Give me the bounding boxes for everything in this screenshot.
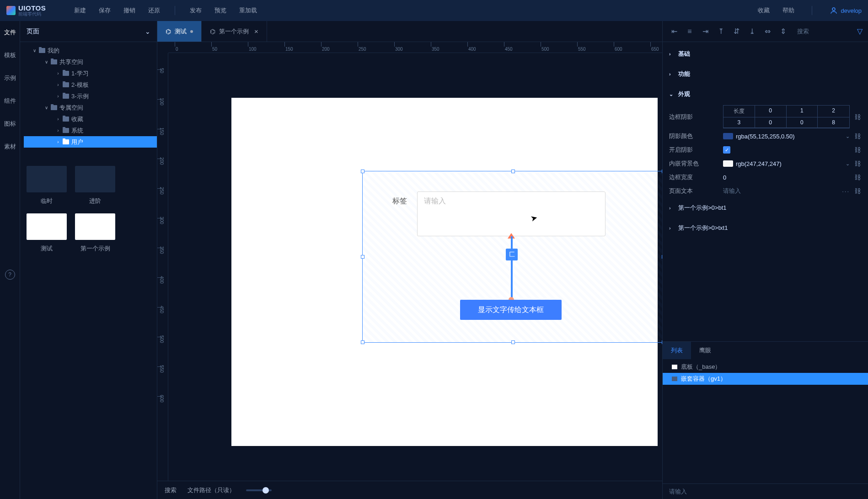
text-input[interactable]: 请输入 [417, 191, 605, 236]
section-basic[interactable]: ›基础 [663, 44, 868, 64]
resize-handle[interactable] [361, 255, 364, 259]
distribute-v-icon[interactable]: ⇕ [777, 26, 789, 37]
editor-tab[interactable]: ⌬测试 [157, 21, 202, 42]
page-thumb[interactable]: 进阶 [75, 166, 115, 205]
align-center-h-icon[interactable]: ≡ [684, 26, 696, 37]
chevron-down-icon: ⌄ [669, 91, 674, 97]
tab-list[interactable]: 列表 [663, 342, 691, 359]
tree-row[interactable]: ›用户 [24, 136, 157, 148]
row-enable-shadow: 开启阴影 ✓ ⛓ [663, 143, 868, 157]
user-chip[interactable]: develop [830, 6, 862, 15]
color-picker[interactable]: rgb(247,247,247) ⌄ [723, 160, 850, 167]
menu-redo[interactable]: 还原 [148, 6, 160, 15]
menu-publish[interactable]: 发布 [190, 6, 202, 15]
close-icon[interactable]: × [254, 27, 258, 35]
align-bottom-icon[interactable]: ⤓ [746, 26, 758, 37]
chevron-down-icon[interactable]: ⌄ [846, 133, 850, 139]
chevron-down-icon[interactable]: ⌄ [145, 28, 150, 35]
align-left-icon[interactable]: ⇤ [668, 26, 680, 37]
page-thumb[interactable]: 临时 [27, 166, 67, 205]
folder-icon [63, 128, 69, 133]
link-icon[interactable]: ⛓ [853, 133, 862, 140]
property-search[interactable]: 搜索 [797, 27, 853, 36]
link-icon[interactable]: ⛓ [853, 113, 862, 121]
menu-reload[interactable]: 重加载 [239, 6, 257, 15]
section-func[interactable]: ›功能 [663, 64, 868, 84]
menu-save[interactable]: 保存 [99, 6, 111, 15]
form-label: 标签 [392, 196, 407, 206]
tree-row[interactable]: ∨共享空间 [24, 56, 157, 68]
tree-label: 我的 [48, 47, 59, 55]
color-swatch [723, 133, 733, 139]
resize-handle[interactable] [662, 170, 662, 173]
resize-handle[interactable] [511, 170, 515, 173]
row-page-text: 页面文本 请输入 ··· ⛓ [663, 184, 868, 198]
menu-undo[interactable]: 撤销 [123, 6, 135, 15]
menu-fav[interactable]: 收藏 [758, 6, 770, 15]
outline-item[interactable]: 底板（_base） [663, 361, 868, 373]
chevron-down-icon[interactable]: ⌄ [846, 161, 850, 167]
filter-icon[interactable]: ▽ [857, 27, 863, 36]
action-button[interactable]: 显示文字传给文本框 [460, 300, 562, 320]
text-input[interactable]: 请输入 ··· [723, 187, 850, 195]
resize-handle[interactable] [511, 340, 515, 344]
outline-input[interactable]: 请输入 [663, 483, 868, 499]
color-picker[interactable]: rgba(55,125,255,0.50) ⌄ [723, 133, 850, 140]
page-thumb[interactable]: 测试 [27, 213, 67, 253]
linked-txt1[interactable]: ›第一个示例>0>txt1 [663, 218, 868, 238]
help-icon[interactable]: ? [5, 270, 15, 280]
logo-mark-icon [6, 6, 16, 15]
resize-handle[interactable] [662, 340, 662, 344]
tree-row[interactable]: ›3-示例 [24, 90, 157, 102]
canvas[interactable]: 标签 请输入 匚 显示文字传给文本框 ➤ [168, 53, 662, 481]
tree-row[interactable]: ›系统 [24, 125, 157, 136]
menu-help[interactable]: 帮助 [782, 6, 794, 15]
section-appearance[interactable]: ⌄外观 [663, 84, 868, 104]
tab-minimap[interactable]: 鹰眼 [691, 342, 719, 359]
artboard[interactable]: 标签 请输入 匚 显示文字传给文本框 ➤ [231, 98, 658, 446]
resize-handle[interactable] [361, 340, 364, 344]
tree-row[interactable]: ›2-模板 [24, 79, 157, 90]
connection-line[interactable] [511, 236, 513, 299]
outline-item[interactable]: 嵌套容器（gv1） [663, 373, 868, 385]
chevron-right-icon: › [669, 71, 674, 77]
vnav-template[interactable]: 模板 [4, 51, 16, 59]
page-thumb[interactable]: 第一个示例 [75, 213, 115, 253]
align-center-v-icon[interactable]: ⇵ [730, 26, 742, 37]
app-tagline: 前端零代码 [18, 11, 46, 17]
link-icon[interactable]: ⛓ [853, 187, 862, 195]
checkbox[interactable]: ✓ [723, 146, 730, 154]
chevron-icon: ∨ [44, 59, 48, 64]
menu-new[interactable]: 新建 [74, 6, 86, 15]
distribute-h-icon[interactable]: ⇔ [761, 26, 773, 37]
status-search[interactable]: 搜索 [165, 486, 177, 494]
status-bar: 搜索 文件路径（只读） [157, 481, 662, 499]
menu-preview[interactable]: 预览 [214, 6, 226, 15]
link-icon[interactable]: ⛓ [853, 146, 862, 154]
shadow-grid[interactable]: 长度 0 1 2 3 0 0 8 [723, 105, 850, 128]
editor-tab[interactable]: ⌬第一个示例× [202, 21, 267, 42]
align-right-icon[interactable]: ⇥ [699, 26, 711, 37]
vnav-file[interactable]: 文件 [4, 28, 16, 37]
vnav-icon[interactable]: 图标 [4, 120, 16, 128]
link-icon[interactable]: ⛓ [853, 160, 862, 167]
linked-bt1[interactable]: ›第一个示例>0>bt1 [663, 198, 868, 218]
tree-row[interactable]: ∨我的 [24, 45, 157, 56]
tree-row[interactable]: ›收藏 [24, 113, 157, 125]
tree-label: 1-学习 [71, 69, 89, 78]
number-input[interactable]: 0 [723, 174, 850, 181]
tree-row[interactable]: ›1-学习 [24, 68, 157, 79]
more-icon[interactable]: ··· [842, 188, 850, 195]
zoom-slider[interactable] [246, 489, 272, 491]
vnav-component[interactable]: 组件 [4, 97, 16, 105]
connection-node[interactable]: 匚 [506, 249, 518, 260]
resize-handle[interactable] [662, 255, 662, 259]
vnav-asset[interactable]: 素材 [4, 143, 16, 151]
link-icon[interactable]: ⛓ [853, 174, 862, 181]
vnav-example[interactable]: 示例 [4, 74, 16, 82]
chevron-right-icon: › [669, 225, 674, 231]
resize-handle[interactable] [361, 170, 364, 173]
align-top-icon[interactable]: ⤒ [715, 26, 727, 37]
tree-label: 系统 [71, 127, 83, 135]
tree-row[interactable]: ∨专属空间 [24, 102, 157, 113]
